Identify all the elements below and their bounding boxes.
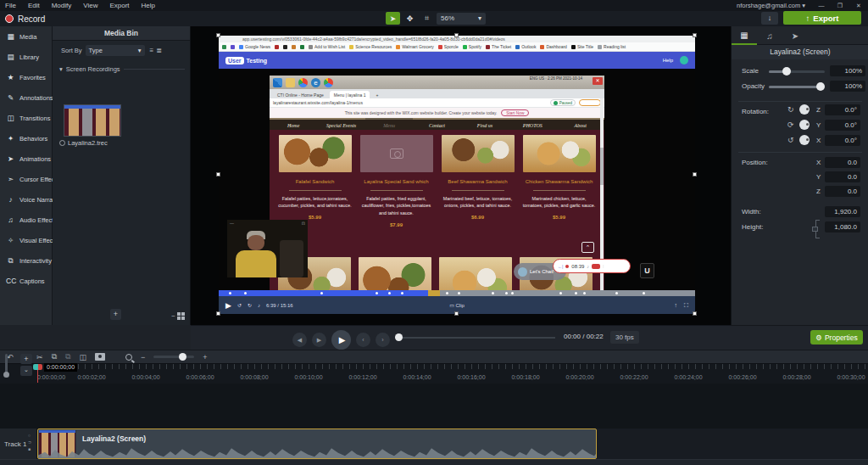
nav-contact[interactable]: Contact <box>413 118 460 130</box>
sidebar-item-library[interactable]: ▤Library <box>0 47 52 67</box>
select-tool-button[interactable]: ➤ <box>386 12 400 25</box>
sidebar-item-annotations[interactable]: ✎Annotations <box>0 87 52 108</box>
new-tab-button[interactable]: + <box>371 91 382 98</box>
lock-aspect-icon[interactable] <box>812 227 818 232</box>
stop-button[interactable] <box>592 264 600 269</box>
sidebar-item-visual-effects[interactable]: ✧Visual Effects <box>0 230 52 250</box>
sidebar-item-transitions[interactable]: ◫Transitions <box>0 108 52 128</box>
webcam-expand-icon[interactable]: ⊡ <box>302 221 305 227</box>
tab-video-properties[interactable]: ▦ <box>732 26 757 45</box>
zoom-slider-knob[interactable] <box>179 353 186 361</box>
resize-handle[interactable] <box>454 33 459 37</box>
tab-layalina-menu[interactable]: Menu | layalina 1 <box>330 91 370 98</box>
split-button[interactable]: ◫ <box>80 353 87 361</box>
drag-handle-icon[interactable]: ⁞ <box>603 264 604 269</box>
rotation-x-value[interactable]: 0.0° <box>825 135 860 146</box>
properties-button[interactable]: ⚙ Properties <box>810 330 863 345</box>
mic-icon[interactable]: ♪ <box>587 264 589 269</box>
tab-cursor-properties[interactable]: ➤ <box>782 26 808 45</box>
tab-cti-online[interactable]: CTI Online - Home Page <box>273 91 328 98</box>
replay-forward-icon[interactable]: ↻ <box>248 302 252 308</box>
height-value[interactable]: 1,080.0 <box>825 221 860 232</box>
seek-bar[interactable] <box>398 337 555 339</box>
add-track-button[interactable]: + <box>20 354 32 364</box>
replay-fullscreen-icon[interactable]: ⛶ <box>684 302 688 309</box>
media-file-row[interactable]: Layalina2.trec <box>59 139 108 147</box>
site-url[interactable]: layalinarestaurant.wixsite.com/layalina-… <box>273 100 363 105</box>
sidebar-item-captions[interactable]: CCCaptions <box>0 271 52 291</box>
resize-handle[interactable] <box>693 311 697 316</box>
start-now-button[interactable]: Start Now <box>501 109 529 116</box>
video-preview[interactable]: app.usertesting.com/v/0533061-0fde-44c2-… <box>219 36 695 314</box>
menu-help[interactable]: Help <box>142 2 155 9</box>
collapse-tracks-button[interactable]: ⌄ <box>20 366 32 376</box>
track-1-header[interactable]: Track 1 ○ ⊃ ■ <box>0 429 37 459</box>
collapse-chat-button[interactable]: ⌃ <box>581 242 594 253</box>
help-link[interactable]: Help <box>663 58 673 63</box>
track-eye-icon[interactable]: ○ <box>28 434 31 438</box>
rotation-y-value[interactable]: 0.0° <box>825 120 860 131</box>
download-button[interactable]: ↓ <box>761 12 778 25</box>
menu-modify[interactable]: Modify <box>52 2 72 9</box>
jump-forward-button[interactable]: › <box>376 333 390 347</box>
rotate-y-knob[interactable] <box>799 120 810 130</box>
maximize-button[interactable]: ❐ <box>831 0 849 11</box>
zoom-lens-icon[interactable] <box>125 354 132 361</box>
opacity-slider[interactable] <box>769 86 825 88</box>
sidebar-item-animations[interactable]: ➤Animations <box>0 148 52 169</box>
account-menu[interactable]: nforshage@gmail.com ▾ <box>737 0 805 11</box>
nav-find-us[interactable]: Find us <box>461 118 509 130</box>
nav-special-events[interactable]: Special Events <box>317 118 364 130</box>
timeline-ruler[interactable]: 0:00:00;00 0:00:02;00 0:00:04;00 0:00:06… <box>0 363 868 384</box>
sidebar-item-cursor-effects[interactable]: ➣Cursor Effects <box>0 169 52 189</box>
replay-share-icon[interactable]: ↑ <box>675 302 678 309</box>
timeline-clip-layalina2[interactable]: Layalina2 (Screen) <box>37 429 597 459</box>
seek-knob[interactable] <box>395 333 403 341</box>
replay-play-icon[interactable]: ▶ <box>225 301 231 310</box>
playhead-marker[interactable] <box>33 364 42 370</box>
replay-volume-icon[interactable]: ♪ <box>258 303 260 308</box>
pan-tool-button[interactable]: ✥ <box>403 12 417 25</box>
update-pill[interactable] <box>579 99 601 106</box>
resize-handle[interactable] <box>454 311 459 316</box>
replay-progress-bar[interactable] <box>219 290 695 296</box>
undo-button[interactable]: ↶ <box>7 353 14 361</box>
nav-menu[interactable]: Menu <box>365 118 413 130</box>
close-button[interactable]: ✕ <box>849 0 868 11</box>
rotate-x-knob[interactable] <box>799 135 810 145</box>
list-view-icon[interactable]: ≡ <box>150 47 154 54</box>
position-z-value[interactable]: 0.0 <box>825 186 860 197</box>
width-value[interactable]: 1,920.0 <box>825 206 860 217</box>
scrollbar-thumb[interactable] <box>600 148 604 185</box>
paste-button[interactable]: ⧉ <box>65 352 70 361</box>
nav-photos[interactable]: PHOTOS <box>509 118 556 130</box>
sidebar-item-media[interactable]: ▦Media <box>0 26 52 47</box>
camera-record-icon[interactable] <box>95 353 105 361</box>
rotate-y-icon[interactable]: ⟳ <box>787 120 794 129</box>
menu-view[interactable]: View <box>83 2 97 9</box>
nav-about[interactable]: About <box>557 118 604 130</box>
position-x-value[interactable]: 0.0 <box>825 157 860 168</box>
track-height-slider[interactable] <box>5 354 8 376</box>
sidebar-item-favorites[interactable]: ★Favorites <box>0 67 52 87</box>
track-options-icon[interactable]: ■ <box>28 447 31 451</box>
minimize-button[interactable]: — <box>812 0 831 11</box>
rotate-x-icon[interactable]: ↺ <box>787 136 794 144</box>
cut-button[interactable]: ✂ <box>36 353 43 361</box>
timeline-zoom-slider[interactable] <box>153 356 194 358</box>
play-button[interactable]: ▶ <box>331 330 351 350</box>
detail-view-icon[interactable]: ≣ <box>156 47 162 54</box>
previous-frame-button[interactable]: ◀ <box>292 333 307 347</box>
canvas-zoom-select[interactable]: 56% ▾ <box>437 13 486 25</box>
rotate-z-icon[interactable]: ↻ <box>787 105 794 114</box>
opacity-value[interactable]: 100% <box>830 81 865 92</box>
resize-handle[interactable] <box>216 172 220 176</box>
sort-by-select[interactable]: Type ▾ <box>86 45 145 56</box>
sidebar-item-interactivity[interactable]: ⧉Interactivity <box>0 250 52 271</box>
position-y-value[interactable]: 0.0 <box>825 171 860 182</box>
sidebar-item-behaviors[interactable]: ✦Behaviors <box>0 128 52 148</box>
replay-rewind-icon[interactable]: ↺ <box>237 302 242 308</box>
zoom-in-button[interactable]: + <box>203 353 207 361</box>
menu-file[interactable]: File <box>5 2 16 9</box>
scale-slider[interactable] <box>769 70 825 73</box>
